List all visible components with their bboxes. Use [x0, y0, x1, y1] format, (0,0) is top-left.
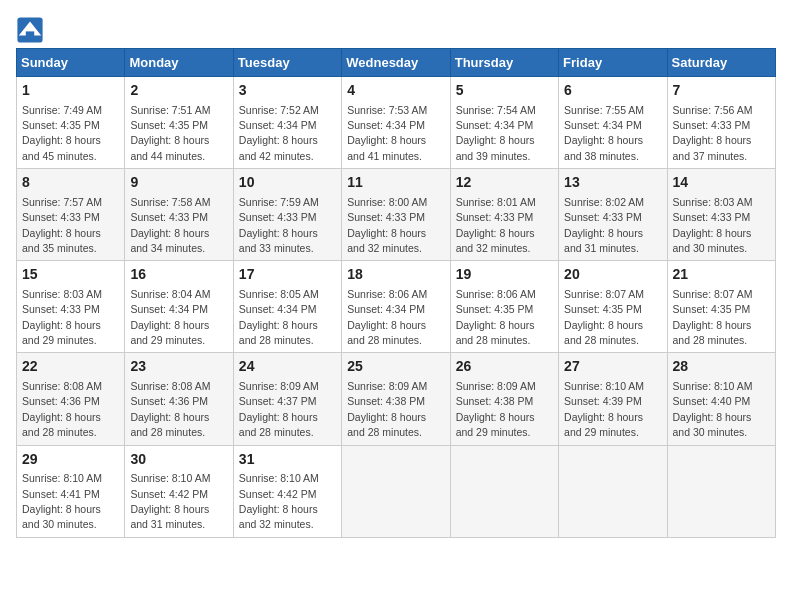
day-number: 29 — [22, 450, 119, 470]
day-info: Sunrise: 8:07 AMSunset: 4:35 PMDaylight:… — [564, 288, 644, 346]
day-info: Sunrise: 8:06 AMSunset: 4:35 PMDaylight:… — [456, 288, 536, 346]
calendar-cell: 20 Sunrise: 8:07 AMSunset: 4:35 PMDaylig… — [559, 261, 667, 353]
weekday-header-tuesday: Tuesday — [233, 49, 341, 77]
day-info: Sunrise: 8:10 AMSunset: 4:42 PMDaylight:… — [130, 472, 210, 530]
day-number: 3 — [239, 81, 336, 101]
calendar-cell: 27 Sunrise: 8:10 AMSunset: 4:39 PMDaylig… — [559, 353, 667, 445]
day-number: 19 — [456, 265, 553, 285]
calendar-cell: 30 Sunrise: 8:10 AMSunset: 4:42 PMDaylig… — [125, 445, 233, 537]
day-info: Sunrise: 8:08 AMSunset: 4:36 PMDaylight:… — [130, 380, 210, 438]
calendar-cell: 21 Sunrise: 8:07 AMSunset: 4:35 PMDaylig… — [667, 261, 775, 353]
day-number: 17 — [239, 265, 336, 285]
day-info: Sunrise: 8:10 AMSunset: 4:42 PMDaylight:… — [239, 472, 319, 530]
day-info: Sunrise: 8:01 AMSunset: 4:33 PMDaylight:… — [456, 196, 536, 254]
day-number: 9 — [130, 173, 227, 193]
day-number: 30 — [130, 450, 227, 470]
day-info: Sunrise: 7:53 AMSunset: 4:34 PMDaylight:… — [347, 104, 427, 162]
day-info: Sunrise: 7:54 AMSunset: 4:34 PMDaylight:… — [456, 104, 536, 162]
day-number: 28 — [673, 357, 770, 377]
day-info: Sunrise: 8:03 AMSunset: 4:33 PMDaylight:… — [22, 288, 102, 346]
day-info: Sunrise: 7:57 AMSunset: 4:33 PMDaylight:… — [22, 196, 102, 254]
calendar-cell: 17 Sunrise: 8:05 AMSunset: 4:34 PMDaylig… — [233, 261, 341, 353]
calendar-cell: 24 Sunrise: 8:09 AMSunset: 4:37 PMDaylig… — [233, 353, 341, 445]
calendar-cell: 6 Sunrise: 7:55 AMSunset: 4:34 PMDayligh… — [559, 77, 667, 169]
calendar-cell: 28 Sunrise: 8:10 AMSunset: 4:40 PMDaylig… — [667, 353, 775, 445]
day-number: 10 — [239, 173, 336, 193]
day-number: 16 — [130, 265, 227, 285]
calendar-cell: 1 Sunrise: 7:49 AMSunset: 4:35 PMDayligh… — [17, 77, 125, 169]
calendar-cell: 3 Sunrise: 7:52 AMSunset: 4:34 PMDayligh… — [233, 77, 341, 169]
day-number: 23 — [130, 357, 227, 377]
day-info: Sunrise: 8:05 AMSunset: 4:34 PMDaylight:… — [239, 288, 319, 346]
calendar-cell: 15 Sunrise: 8:03 AMSunset: 4:33 PMDaylig… — [17, 261, 125, 353]
calendar-cell: 13 Sunrise: 8:02 AMSunset: 4:33 PMDaylig… — [559, 169, 667, 261]
day-number: 18 — [347, 265, 444, 285]
calendar-cell: 14 Sunrise: 8:03 AMSunset: 4:33 PMDaylig… — [667, 169, 775, 261]
weekday-header-row: SundayMondayTuesdayWednesdayThursdayFrid… — [17, 49, 776, 77]
day-info: Sunrise: 8:04 AMSunset: 4:34 PMDaylight:… — [130, 288, 210, 346]
day-number: 15 — [22, 265, 119, 285]
weekday-header-friday: Friday — [559, 49, 667, 77]
calendar-cell — [559, 445, 667, 537]
day-number: 7 — [673, 81, 770, 101]
day-info: Sunrise: 8:10 AMSunset: 4:39 PMDaylight:… — [564, 380, 644, 438]
calendar-cell: 7 Sunrise: 7:56 AMSunset: 4:33 PMDayligh… — [667, 77, 775, 169]
svg-rect-2 — [26, 31, 34, 39]
day-info: Sunrise: 8:00 AMSunset: 4:33 PMDaylight:… — [347, 196, 427, 254]
calendar-cell: 29 Sunrise: 8:10 AMSunset: 4:41 PMDaylig… — [17, 445, 125, 537]
day-number: 21 — [673, 265, 770, 285]
day-info: Sunrise: 8:09 AMSunset: 4:37 PMDaylight:… — [239, 380, 319, 438]
calendar-cell: 23 Sunrise: 8:08 AMSunset: 4:36 PMDaylig… — [125, 353, 233, 445]
day-number: 2 — [130, 81, 227, 101]
calendar-cell: 2 Sunrise: 7:51 AMSunset: 4:35 PMDayligh… — [125, 77, 233, 169]
calendar-cell: 31 Sunrise: 8:10 AMSunset: 4:42 PMDaylig… — [233, 445, 341, 537]
day-info: Sunrise: 7:59 AMSunset: 4:33 PMDaylight:… — [239, 196, 319, 254]
day-number: 8 — [22, 173, 119, 193]
day-info: Sunrise: 8:08 AMSunset: 4:36 PMDaylight:… — [22, 380, 102, 438]
day-info: Sunrise: 8:06 AMSunset: 4:34 PMDaylight:… — [347, 288, 427, 346]
calendar-cell — [450, 445, 558, 537]
calendar-cell: 4 Sunrise: 7:53 AMSunset: 4:34 PMDayligh… — [342, 77, 450, 169]
calendar-cell: 8 Sunrise: 7:57 AMSunset: 4:33 PMDayligh… — [17, 169, 125, 261]
calendar-cell: 10 Sunrise: 7:59 AMSunset: 4:33 PMDaylig… — [233, 169, 341, 261]
day-number: 4 — [347, 81, 444, 101]
calendar-cell: 18 Sunrise: 8:06 AMSunset: 4:34 PMDaylig… — [342, 261, 450, 353]
day-info: Sunrise: 7:51 AMSunset: 4:35 PMDaylight:… — [130, 104, 210, 162]
week-row-3: 15 Sunrise: 8:03 AMSunset: 4:33 PMDaylig… — [17, 261, 776, 353]
week-row-4: 22 Sunrise: 8:08 AMSunset: 4:36 PMDaylig… — [17, 353, 776, 445]
day-number: 12 — [456, 173, 553, 193]
calendar-cell: 25 Sunrise: 8:09 AMSunset: 4:38 PMDaylig… — [342, 353, 450, 445]
week-row-1: 1 Sunrise: 7:49 AMSunset: 4:35 PMDayligh… — [17, 77, 776, 169]
calendar-cell — [667, 445, 775, 537]
logo — [16, 16, 48, 44]
day-info: Sunrise: 7:56 AMSunset: 4:33 PMDaylight:… — [673, 104, 753, 162]
day-info: Sunrise: 8:10 AMSunset: 4:41 PMDaylight:… — [22, 472, 102, 530]
day-info: Sunrise: 7:52 AMSunset: 4:34 PMDaylight:… — [239, 104, 319, 162]
day-info: Sunrise: 8:09 AMSunset: 4:38 PMDaylight:… — [456, 380, 536, 438]
calendar-cell: 19 Sunrise: 8:06 AMSunset: 4:35 PMDaylig… — [450, 261, 558, 353]
day-number: 13 — [564, 173, 661, 193]
day-number: 20 — [564, 265, 661, 285]
weekday-header-monday: Monday — [125, 49, 233, 77]
weekday-header-sunday: Sunday — [17, 49, 125, 77]
weekday-header-thursday: Thursday — [450, 49, 558, 77]
page-header — [16, 16, 776, 44]
calendar-cell: 5 Sunrise: 7:54 AMSunset: 4:34 PMDayligh… — [450, 77, 558, 169]
calendar-cell: 11 Sunrise: 8:00 AMSunset: 4:33 PMDaylig… — [342, 169, 450, 261]
calendar-cell: 26 Sunrise: 8:09 AMSunset: 4:38 PMDaylig… — [450, 353, 558, 445]
day-number: 22 — [22, 357, 119, 377]
day-number: 14 — [673, 173, 770, 193]
day-info: Sunrise: 8:07 AMSunset: 4:35 PMDaylight:… — [673, 288, 753, 346]
logo-icon — [16, 16, 44, 44]
day-number: 31 — [239, 450, 336, 470]
day-info: Sunrise: 8:10 AMSunset: 4:40 PMDaylight:… — [673, 380, 753, 438]
week-row-5: 29 Sunrise: 8:10 AMSunset: 4:41 PMDaylig… — [17, 445, 776, 537]
calendar-cell: 9 Sunrise: 7:58 AMSunset: 4:33 PMDayligh… — [125, 169, 233, 261]
day-info: Sunrise: 8:09 AMSunset: 4:38 PMDaylight:… — [347, 380, 427, 438]
day-info: Sunrise: 7:55 AMSunset: 4:34 PMDaylight:… — [564, 104, 644, 162]
week-row-2: 8 Sunrise: 7:57 AMSunset: 4:33 PMDayligh… — [17, 169, 776, 261]
day-info: Sunrise: 7:58 AMSunset: 4:33 PMDaylight:… — [130, 196, 210, 254]
calendar-cell: 12 Sunrise: 8:01 AMSunset: 4:33 PMDaylig… — [450, 169, 558, 261]
calendar-cell — [342, 445, 450, 537]
weekday-header-wednesday: Wednesday — [342, 49, 450, 77]
